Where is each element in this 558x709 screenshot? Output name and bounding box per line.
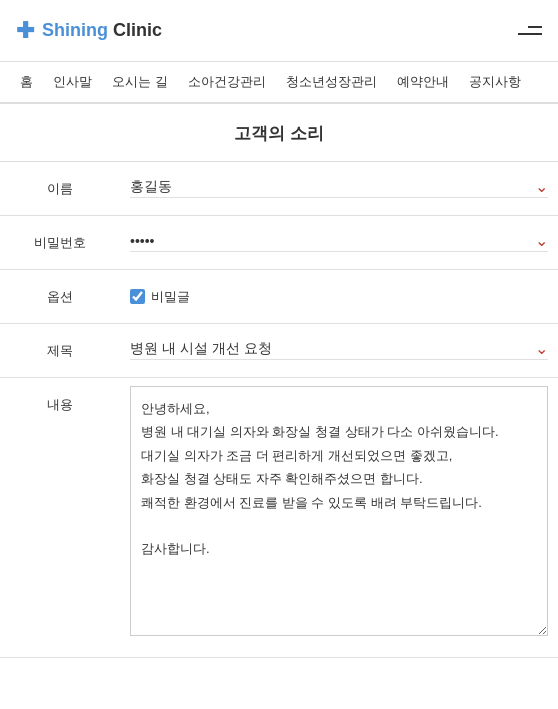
hamburger-line-2 xyxy=(518,33,542,35)
title-label: 제목 xyxy=(0,342,120,360)
nav-item-reservation[interactable]: 예약안내 xyxy=(387,62,459,102)
option-checkbox-area: 비밀글 xyxy=(130,288,548,306)
name-dropdown-icon[interactable]: ⌄ xyxy=(535,179,548,195)
password-row: 비밀번호 ⌄ xyxy=(0,216,558,270)
nav-item-notice[interactable]: 공지사항 xyxy=(459,62,531,102)
name-label: 이름 xyxy=(0,180,120,198)
title-field-wrapper: ⌄ xyxy=(120,333,558,368)
secret-checkbox[interactable] xyxy=(130,289,145,304)
password-field-wrapper: ⌄ xyxy=(120,225,558,260)
title-row: 제목 ⌄ xyxy=(0,324,558,378)
title-dropdown-icon[interactable]: ⌄ xyxy=(535,341,548,357)
option-row: 옵션 비밀글 xyxy=(0,270,558,324)
secret-checkbox-label[interactable]: 비밀글 xyxy=(151,288,190,306)
content-row: 내용 안녕하세요, 병원 내 대기실 의자와 화장실 청결 상태가 다소 아쉬웠… xyxy=(0,378,558,658)
password-label: 비밀번호 xyxy=(0,234,120,252)
hamburger-line-1 xyxy=(528,26,542,28)
password-field-inner: ⌄ xyxy=(130,233,548,252)
title-field-inner: ⌄ xyxy=(130,341,548,360)
content-textarea[interactable]: 안녕하세요, 병원 내 대기실 의자와 화장실 청결 상태가 다소 아쉬웠습니다… xyxy=(130,386,548,636)
hamburger-menu-button[interactable] xyxy=(518,26,542,35)
option-field-wrapper: 비밀글 xyxy=(120,280,558,314)
navigation: 홈 인사말 오시는 길 소아건강관리 청소년성장관리 예약안내 공지사항 xyxy=(0,62,558,104)
logo-cross-icon: ✚ xyxy=(16,20,34,42)
form: 이름 ⌄ 비밀번호 ⌄ 옵션 비밀글 제목 xyxy=(0,162,558,658)
nav-item-home[interactable]: 홈 xyxy=(10,62,43,102)
option-label: 옵션 xyxy=(0,288,120,306)
nav-item-directions[interactable]: 오시는 길 xyxy=(102,62,178,102)
name-field-inner: ⌄ xyxy=(130,179,548,198)
page-title: 고객의 소리 xyxy=(0,104,558,162)
content-field-wrapper: 안녕하세요, 병원 내 대기실 의자와 화장실 청결 상태가 다소 아쉬웠습니다… xyxy=(120,378,558,647)
password-dropdown-icon[interactable]: ⌄ xyxy=(535,233,548,249)
name-row: 이름 ⌄ xyxy=(0,162,558,216)
name-field-wrapper: ⌄ xyxy=(120,171,558,206)
nav-item-greeting[interactable]: 인사말 xyxy=(43,62,102,102)
title-input[interactable] xyxy=(130,341,531,357)
nav-item-child-health[interactable]: 소아건강관리 xyxy=(178,62,276,102)
nav-item-teen-growth[interactable]: 청소년성장관리 xyxy=(276,62,387,102)
content-label: 내용 xyxy=(0,378,120,414)
logo-text: Shining Clinic xyxy=(42,20,162,41)
header: ✚ Shining Clinic xyxy=(0,0,558,62)
logo: ✚ Shining Clinic xyxy=(16,20,162,42)
name-input[interactable] xyxy=(130,179,531,195)
password-input[interactable] xyxy=(130,233,531,249)
